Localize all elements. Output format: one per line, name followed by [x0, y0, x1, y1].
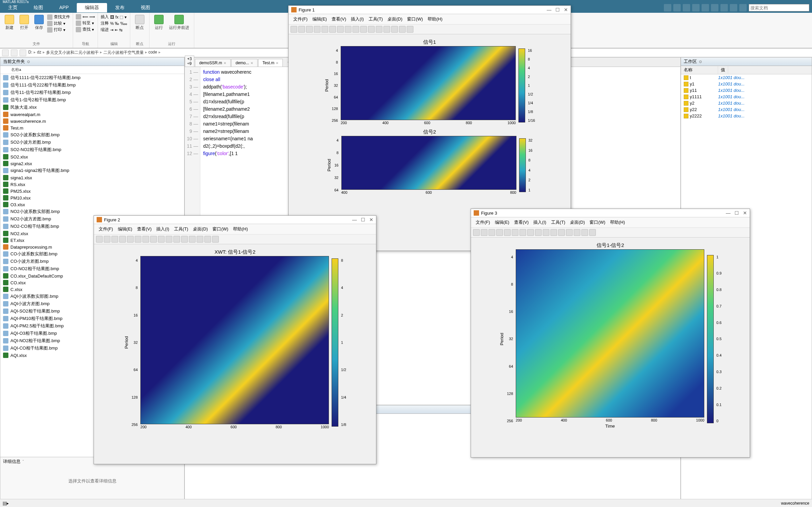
menu-item[interactable]: 插入(I): [531, 219, 548, 226]
file-item[interactable]: signa1.xlsx: [0, 174, 184, 181]
toolbar-icon[interactable]: [96, 236, 103, 243]
toolbar-icon[interactable]: [496, 229, 503, 236]
toolbar-icon[interactable]: [314, 26, 320, 33]
maximize-button[interactable]: ☐: [555, 7, 560, 12]
toolbar-icon[interactable]: [345, 26, 351, 33]
panel-dropdown[interactable]: ⊙: [27, 60, 30, 64]
toolbar-icon[interactable]: [589, 229, 596, 236]
qa-icon[interactable]: [720, 4, 728, 11]
toolbar-icon[interactable]: [166, 236, 172, 243]
toolstrip-tab[interactable]: 主页: [0, 3, 26, 12]
file-item[interactable]: wavecoherence.m: [0, 118, 184, 124]
search-input[interactable]: [749, 4, 809, 11]
figure-menubar[interactable]: 文件(F)编辑(E)查看(V)插入(I)工具(T)桌面(D)窗口(W)帮助(H): [289, 14, 571, 25]
toolbar-icon[interactable]: [558, 229, 565, 236]
toolbar-icon[interactable]: [550, 229, 557, 236]
toolbar-icon[interactable]: [150, 236, 157, 243]
figure-menubar[interactable]: 文件(F)编辑(E)查看(V)插入(I)工具(T)桌面(D)窗口(W)帮助(H): [94, 224, 376, 234]
goto-button[interactable]: 转至 ▾: [76, 20, 95, 26]
xwt-plot[interactable]: [140, 256, 329, 424]
toolstrip-tab[interactable]: 视图: [133, 3, 158, 12]
toolbar-icon[interactable]: [535, 229, 542, 236]
colorbar[interactable]: [332, 258, 338, 427]
file-item[interactable]: SO2小波方差图.bmp: [0, 139, 184, 146]
toolbar-icon[interactable]: [127, 236, 134, 243]
workspace-var[interactable]: y11111x1001 dou...: [681, 94, 812, 100]
breakpoint-button[interactable]: 断点: [133, 14, 146, 31]
toolbar-icon[interactable]: [291, 26, 297, 33]
toolbar-icon[interactable]: [574, 229, 580, 236]
colorbar[interactable]: [707, 255, 714, 423]
findfiles-button[interactable]: 查找文件: [47, 14, 70, 20]
toolbar-icon[interactable]: [111, 236, 118, 243]
toolbar-icon[interactable]: [543, 229, 549, 236]
toolbar-icon[interactable]: [329, 26, 336, 33]
new-button[interactable]: 新建: [3, 14, 16, 33]
breadcrumb[interactable]: D: ▸ dz ▸ 多元交叉小波和二元小波相干 ▸ 二元小波相干空气质量 ▸ c…: [28, 50, 161, 56]
file-item[interactable]: signa2.xlsx: [0, 160, 184, 167]
coherence-plot[interactable]: [516, 249, 704, 418]
menu-item[interactable]: 工具(T): [549, 219, 568, 226]
figure-toolbar[interactable]: [471, 228, 750, 238]
toolbar-icon[interactable]: [352, 26, 359, 33]
qa-icon[interactable]: [692, 4, 700, 11]
col-name[interactable]: 名称: [11, 67, 19, 73]
toolstrip-tab[interactable]: 绘图: [26, 3, 51, 12]
fwd-button[interactable]: [11, 49, 18, 56]
menu-item[interactable]: 窗口(W): [405, 15, 425, 23]
toolstrip-tab[interactable]: APP: [51, 3, 77, 12]
toolbar-icon[interactable]: [504, 229, 511, 236]
toolbar-icon[interactable]: [104, 236, 110, 243]
workspace-var[interactable]: y221x1001 dou...: [681, 106, 812, 113]
help-icon[interactable]: [739, 4, 747, 11]
toolbar-icon[interactable]: [306, 26, 313, 33]
maximize-button[interactable]: ☐: [361, 217, 365, 222]
file-item[interactable]: NO2小波系数实部图.bmp: [0, 208, 184, 215]
workspace-var[interactable]: y111x1001 dou...: [681, 87, 812, 94]
minimize-button[interactable]: —: [726, 210, 731, 216]
menu-item[interactable]: 窗口(W): [587, 219, 607, 226]
colorbar[interactable]: [518, 48, 525, 122]
goto-button[interactable]: ⟸ ⟹: [76, 14, 95, 20]
file-item[interactable]: SO2小波系数实部图.bmp: [0, 131, 184, 139]
indent-button[interactable]: 缩进 ⇥ ⇤ ⇆: [101, 27, 127, 33]
file-item[interactable]: O3.xlsx: [0, 201, 184, 208]
menu-item[interactable]: 工具(T): [172, 225, 191, 233]
close-button[interactable]: ✕: [564, 7, 568, 12]
menu-item[interactable]: 插入(I): [154, 225, 171, 233]
figure-toolbar[interactable]: [289, 25, 571, 34]
details-toggle[interactable]: ˆ: [23, 460, 24, 464]
file-item[interactable]: signa1-signa2相干结果图.bmp: [0, 167, 184, 174]
toolbar-icon[interactable]: [566, 229, 573, 236]
insert-button[interactable]: 插入 🖾 fx ⬚ ▾: [101, 14, 127, 20]
scalogram-plot[interactable]: [341, 136, 516, 190]
tab-close[interactable]: ✕: [276, 61, 278, 65]
qa-icon[interactable]: [711, 4, 718, 11]
maximize-button[interactable]: ☐: [735, 210, 739, 216]
workspace-var[interactable]: y11x1001 dou...: [681, 81, 812, 87]
toolbar-icon[interactable]: [481, 229, 487, 236]
ws-col-value[interactable]: 值: [718, 66, 728, 74]
workspace-var[interactable]: y21x1001 dou...: [681, 100, 812, 106]
toolbar-icon[interactable]: [527, 229, 534, 236]
tab-close[interactable]: ✕: [250, 61, 253, 65]
menu-item[interactable]: 帮助(H): [426, 15, 444, 23]
file-item[interactable]: 信号1-信号2相干结果图.bmp: [0, 96, 184, 104]
toolbar-icon[interactable]: [142, 236, 149, 243]
menu-item[interactable]: 桌面(D): [385, 15, 404, 23]
workspace-var[interactable]: y22221x1001 dou...: [681, 113, 812, 119]
minimize-button[interactable]: —: [352, 217, 357, 222]
compare-button[interactable]: 比较 ▾: [47, 21, 70, 26]
toolbar-icon[interactable]: [376, 26, 382, 33]
open-button[interactable]: 打开: [18, 14, 31, 33]
figure-menubar[interactable]: 文件(F)编辑(E)查看(V)插入(I)工具(T)桌面(D)窗口(W)帮助(H): [471, 217, 750, 228]
toolstrip-tab[interactable]: 编辑器: [77, 3, 107, 12]
menu-item[interactable]: 桌面(D): [568, 219, 587, 226]
menu-item[interactable]: 桌面(D): [191, 225, 210, 233]
menu-item[interactable]: 插入(I): [349, 15, 366, 23]
file-item[interactable]: PM25.xlsx: [0, 188, 184, 194]
scalogram-plot[interactable]: [341, 46, 516, 120]
file-item[interactable]: 信号11-信号22相干结果图.bmp: [0, 89, 184, 96]
toolbar-icon[interactable]: [212, 236, 219, 243]
menu-item[interactable]: 编辑(E): [310, 15, 329, 23]
